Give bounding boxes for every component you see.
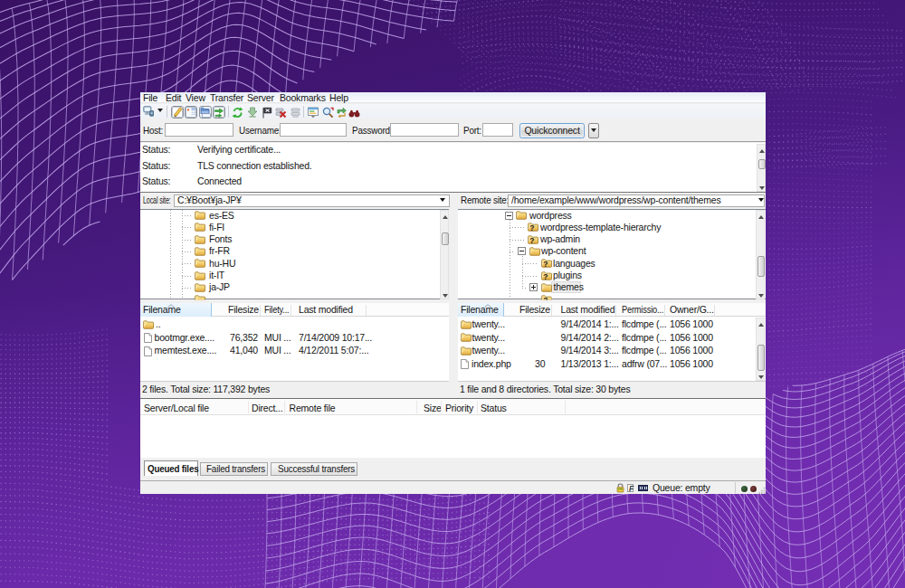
svg-text:?: ? — [543, 271, 548, 280]
svg-text:?: ? — [543, 260, 548, 268]
svg-text:?: ? — [529, 223, 534, 232]
svg-text:?: ? — [529, 235, 534, 243]
